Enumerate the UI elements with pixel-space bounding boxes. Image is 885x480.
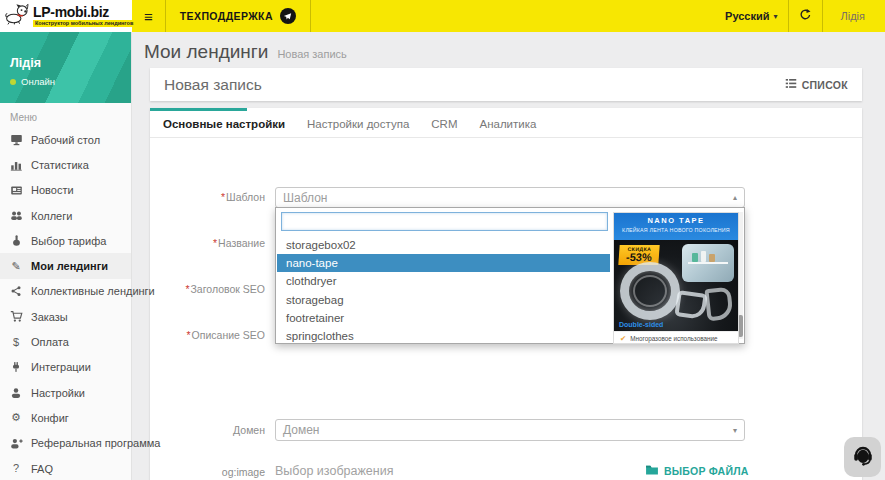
og-image-input[interactable]: Выбор изображения (275, 460, 628, 480)
language-label: Русский (725, 10, 769, 22)
sidebar-item-config[interactable]: ⚙ Конфиг (0, 405, 131, 430)
sidebar-item-orders[interactable]: Заказы (0, 304, 131, 329)
folder-icon (645, 464, 659, 477)
page-header: Мои лендинги Новая запись (132, 32, 885, 63)
sidebar-item-settings[interactable]: Настройки (0, 380, 131, 405)
payment-icon: $ (9, 337, 23, 348)
topbar: LP-mobi.biz Конструктор мобильных лендин… (0, 0, 885, 32)
sidebar-item-label: Коллективные лендинги (31, 285, 155, 297)
tab-access-settings[interactable]: Настройки доступа (296, 118, 420, 130)
template-select[interactable]: Шаблон ▴ (275, 187, 745, 208)
language-selector[interactable]: Русский ▾ (715, 0, 787, 32)
option-footretainer[interactable]: footretainer (277, 309, 610, 327)
sidebar-item-tariff[interactable]: Выбор тарифа (0, 228, 131, 253)
tab-crm[interactable]: CRM (420, 118, 468, 130)
logo[interactable]: LP-mobi.biz Конструктор мобильных лендин… (0, 0, 132, 32)
sidebar-item-integrations[interactable]: Интеграции (0, 355, 131, 380)
sidebar-item-statistics[interactable]: Статистика (0, 152, 131, 177)
app-screen: LP-mobi.biz Конструктор мобильных лендин… (0, 0, 885, 480)
stats-icon (9, 158, 23, 171)
sidebar-item-label: Заказы (31, 311, 68, 323)
colleagues-icon (9, 209, 23, 222)
field-label-domain: Домен (150, 424, 265, 436)
sidebar-item-payment[interactable]: $ Оплата (0, 329, 131, 354)
sidebar-item-news[interactable]: Новости (0, 178, 131, 203)
field-label-template: *Шаблон (150, 191, 265, 203)
field-label-name: *Название (150, 237, 265, 249)
tape-roll-graphic (620, 262, 680, 320)
sidebar-item-label: Рабочий стол (31, 134, 100, 146)
integrations-icon (9, 361, 23, 373)
support-chat-widget[interactable] (844, 437, 881, 477)
sidebar-menu: Рабочий стол Статистика Новости Коллеги … (0, 127, 131, 480)
sidebar-item-label: Выбор тарифа (31, 235, 106, 247)
record-form: *Шаблон Шаблон ▴ *Название *Заголовок SE… (150, 138, 862, 480)
config-gear-icon: ⚙ (9, 412, 23, 423)
sidebar-item-label: FAQ (31, 463, 53, 475)
sidebar-item-referral[interactable]: Реферальная программа (0, 431, 131, 456)
main-content: Мои лендинги Новая запись Новая запись С… (132, 32, 885, 480)
tab-analytics[interactable]: Аналитика (468, 118, 547, 130)
tab-main-settings[interactable]: Основные настройки (152, 118, 296, 130)
option-storagebag[interactable]: storagebag (277, 291, 610, 309)
sidebar-item-my-landings[interactable]: ✎ Мои лендинги (0, 253, 131, 278)
template-options: storagebox02 nano-tape clothdryer storag… (277, 236, 610, 345)
sidebar-item-collective-landings[interactable]: Коллективные лендинги (0, 279, 131, 304)
hamburger-icon[interactable]: ≡ (132, 0, 165, 32)
preview-subtitle: КЛЕЙКАЯ ЛЕНТА НОВОГО ПОКОЛЕНИЯ (614, 227, 738, 233)
sidebar-profile: Лідія Онлайн (0, 32, 131, 103)
sidebar-item-label: Реферальная программа (31, 437, 160, 449)
support-label: ТЕХПОДДЕРЖКА (180, 10, 273, 22)
dog-logo-icon (4, 2, 30, 30)
logo-title: LP-mobi.biz (33, 5, 135, 19)
domain-select-placeholder: Домен (283, 423, 320, 437)
telegram-icon (280, 8, 296, 24)
field-label-seo-description: *Описание SEO (150, 329, 265, 341)
list-button-label: СПИСОК (802, 79, 848, 91)
option-nano-tape[interactable]: nano-tape (277, 254, 610, 272)
my-landings-icon: ✎ (9, 261, 23, 272)
tape-strip-graphic (704, 287, 733, 322)
breadcrumb: Новая запись (277, 48, 346, 60)
profile-name: Лідія (10, 56, 131, 70)
referral-icon (9, 437, 23, 450)
page-title: Мои лендинги (144, 41, 268, 63)
online-status-dot (10, 79, 16, 85)
template-search-input[interactable] (281, 212, 608, 231)
active-tab-indicator (150, 108, 247, 111)
record-form-card: Основные настройки Настройки доступа CRM… (150, 108, 862, 480)
desktop-icon (9, 133, 23, 146)
option-clothdryer[interactable]: clothdryer (277, 272, 610, 290)
chevron-up-icon: ▴ (733, 193, 737, 202)
refresh-button[interactable] (789, 0, 822, 32)
menu-label: Меню (0, 103, 131, 127)
option-springclothes[interactable]: springclothes (277, 327, 610, 345)
tab-bar: Основные настройки Настройки доступа CRM… (150, 108, 862, 138)
orders-icon (9, 310, 23, 323)
sidebar-item-label: Настройки (31, 387, 85, 399)
option-storagebox02[interactable]: storagebox02 (277, 236, 610, 254)
sidebar-item-colleagues[interactable]: Коллеги (0, 203, 131, 228)
topbar-username: Лідія (833, 10, 875, 22)
support-button[interactable]: ТЕХПОДДЕРЖКА (166, 0, 310, 32)
user-menu[interactable]: Лідія (823, 0, 885, 32)
domain-select[interactable]: Домен ▾ (275, 419, 745, 441)
preview-header: NANO TAPE КЛЕЙКАЯ ЛЕНТА НОВОГО ПОКОЛЕНИЯ (614, 213, 738, 240)
template-select-placeholder: Шаблон (283, 191, 327, 205)
field-label-seo-title: *Заголовок SEO (150, 283, 265, 295)
sidebar-item-label: Мои лендинги (31, 260, 108, 272)
record-card-header: Новая запись СПИСОК (150, 68, 862, 101)
og-image-placeholder: Выбор изображения (275, 464, 393, 478)
list-button[interactable]: СПИСОК (785, 78, 848, 91)
news-icon (9, 184, 23, 197)
list-icon (785, 78, 797, 91)
template-dropdown: storagebox02 nano-tape clothdryer storag… (275, 207, 745, 344)
choose-file-button[interactable]: ВЫБОР ФАЙЛА (645, 464, 748, 477)
preview-feature-row: ✔ Многоразовое использование (614, 331, 738, 344)
sidebar-item-faq[interactable]: ? FAQ (0, 456, 131, 480)
sidebar-item-desktop[interactable]: Рабочий стол (0, 127, 131, 152)
sidebar-item-label: Интеграции (31, 361, 91, 373)
chevron-down-icon: ▾ (733, 426, 737, 435)
preview-inset-photo (682, 244, 734, 282)
sidebar-item-label: Коллеги (31, 210, 72, 222)
